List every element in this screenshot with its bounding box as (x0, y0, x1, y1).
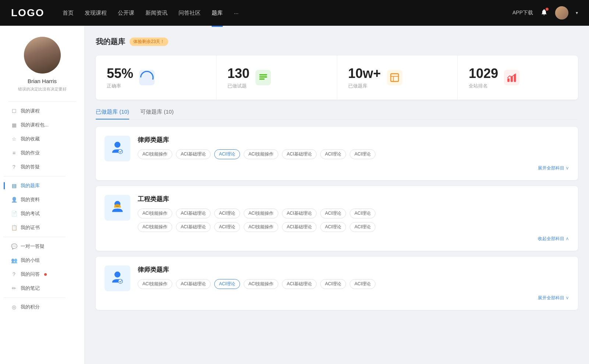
qbank-name-1: 律师类题库 (138, 136, 569, 144)
sidebar-label-my-points: 我的积分 (21, 304, 40, 310)
qbank-icon: ▤ (11, 183, 17, 189)
tab-available[interactable]: 可做题库 (10) (140, 108, 174, 119)
tag-2-5[interactable]: ACI理论 (320, 208, 346, 218)
svg-rect-5 (391, 74, 398, 82)
tag-3-5[interactable]: ACI理论 (320, 279, 346, 289)
qbank-header-2: 工程类题库 ACI技能操作 ACI基础理论 ACI理论 ACI技能操作 ACI基… (105, 195, 569, 232)
tab-done[interactable]: 已做题库 (10) (96, 108, 129, 119)
sidebar-item-my-courses[interactable]: ☐ 我的课程 (4, 104, 81, 118)
tag-1-5[interactable]: ACI理论 (320, 149, 346, 159)
sidebar-item-certificate[interactable]: 📋 我的证书 (4, 221, 81, 235)
sidebar-item-one-on-one[interactable]: 💬 一对一答疑 (4, 239, 81, 253)
user-avatar[interactable] (555, 6, 568, 19)
sidebar-item-my-notes[interactable]: ✏ 我的笔记 (4, 281, 81, 295)
sidebar-item-homework[interactable]: ≡ 我的作业 (4, 146, 81, 160)
nav-open-course[interactable]: 公开课 (118, 8, 134, 18)
tag-3-1[interactable]: ACI基础理论 (176, 279, 211, 289)
sidebar-label-my-data: 我的资料 (21, 196, 40, 203)
points-icon: ◎ (11, 304, 17, 310)
tag-3-4[interactable]: ACI基础理论 (282, 279, 317, 289)
sidebar-label-qbank: 我的题库 (21, 182, 40, 189)
qbank-card-lawyer-2: 律师类题库 ACI技能操作 ACI基础理论 ACI理论 ACI技能操作 ACI基… (96, 257, 578, 310)
tag-2-9[interactable]: ACI理论 (214, 222, 240, 232)
data-icon: 👤 (11, 197, 17, 203)
nav-home[interactable]: 首页 (63, 8, 74, 18)
sidebar-label-my-exam: 我的考试 (21, 210, 40, 217)
accuracy-icon (139, 70, 155, 85)
qbank-icon-lawyer-1 (105, 136, 130, 161)
rank-icon (504, 70, 519, 85)
sidebar-item-my-group[interactable]: 👥 我的小组 (4, 253, 81, 267)
stat-done-qbank: 10w+ 已做题库 (337, 56, 458, 100)
svg-point-15 (114, 272, 120, 278)
course-package-icon: ▦ (11, 122, 17, 128)
expand-btn-2[interactable]: 收起全部科目 ∧ (105, 236, 569, 242)
svg-point-11 (114, 142, 120, 148)
sidebar-item-my-data[interactable]: 👤 我的资料 (4, 193, 81, 207)
sidebar-label-my-courses: 我的课程 (21, 108, 40, 114)
stat-done-questions: 130 已做试题 (216, 56, 337, 100)
tag-3-6[interactable]: ACI理论 (350, 279, 375, 289)
sidebar-item-course-package[interactable]: ▦ 我的课程包... (4, 118, 81, 132)
svg-rect-3 (259, 76, 267, 78)
tag-1-3[interactable]: ACI技能操作 (244, 149, 278, 159)
sidebar-item-my-points[interactable]: ◎ 我的积分 (4, 300, 81, 314)
nav-more[interactable]: ··· (234, 8, 239, 18)
sidebar-item-my-qa[interactable]: ? 我的答疑 (4, 160, 81, 174)
expand-btn-1[interactable]: 展开全部科目 ∨ (105, 165, 569, 171)
sidebar-label-my-qa: 我的答疑 (21, 164, 40, 170)
certificate-icon: 📋 (11, 225, 17, 231)
sidebar-item-qbank[interactable]: ▤ 我的题库 (4, 179, 81, 193)
tag-1-6[interactable]: ACI理论 (350, 149, 375, 159)
app-download-button[interactable]: APP下载 (512, 10, 533, 16)
sidebar-item-favorites[interactable]: ☆ 我的收藏 (4, 132, 81, 146)
qbank-tags-1: ACI技能操作 ACI基础理论 ACI理论 ACI技能操作 ACI基础理论 AC… (138, 149, 569, 159)
stat-done-value: 130 (228, 66, 250, 81)
tag-2-4[interactable]: ACI基础理论 (282, 208, 317, 218)
nav-qa[interactable]: 问答社区 (179, 8, 201, 18)
sidebar-label-course-package: 我的课程包... (21, 122, 49, 128)
tag-3-2[interactable]: ACI理论 (214, 279, 240, 289)
tag-2-3[interactable]: ACI技能操作 (244, 208, 278, 218)
qbank-name-2: 工程类题库 (138, 195, 569, 203)
tag-1-1[interactable]: ACI基础理论 (176, 149, 211, 159)
tag-3-0[interactable]: ACI技能操作 (138, 279, 172, 289)
qbank-icon-engineer (105, 195, 130, 221)
nav-news[interactable]: 新闻资讯 (145, 8, 167, 18)
tag-2-8[interactable]: ACI基础理论 (176, 222, 211, 232)
expand-btn-3[interactable]: 展开全部科目 ∨ (105, 295, 569, 301)
tag-2-0[interactable]: ACI技能操作 (138, 208, 172, 218)
tag-2-12[interactable]: ACI理论 (320, 222, 346, 232)
tag-2-2[interactable]: ACI理论 (214, 208, 240, 218)
trial-badge: 体验剩余23天！ (130, 38, 168, 46)
tag-2-13[interactable]: ACI理论 (350, 222, 375, 232)
stat-rank-label: 全站排名 (469, 83, 498, 89)
notification-bell[interactable] (540, 8, 548, 17)
sidebar-label-homework: 我的作业 (21, 150, 40, 156)
tag-2-10[interactable]: ACI技能操作 (244, 222, 278, 232)
sidebar-item-my-exam[interactable]: 📄 我的考试 (4, 207, 81, 221)
nav-discover[interactable]: 发现课程 (85, 8, 107, 18)
tag-2-11[interactable]: ACI基础理论 (282, 222, 317, 232)
tag-2-6[interactable]: ACI理论 (350, 208, 375, 218)
done-questions-icon (255, 70, 271, 85)
qbank-card-engineer: 工程类题库 ACI技能操作 ACI基础理论 ACI理论 ACI技能操作 ACI基… (96, 186, 578, 251)
qbank-tags-3: ACI技能操作 ACI基础理论 ACI理论 ACI技能操作 ACI基础理论 AC… (138, 279, 569, 289)
one-on-one-icon: 💬 (11, 243, 17, 249)
sidebar-menu: ☐ 我的课程 ▦ 我的课程包... ☆ 我的收藏 ≡ 我的作业 ? 我的答疑 ▤ (0, 104, 84, 314)
sidebar-divider-3 (4, 297, 65, 298)
tag-1-4[interactable]: ACI基础理论 (282, 149, 317, 159)
stat-done-label: 已做试题 (228, 83, 250, 89)
tag-2-7[interactable]: ACI技能操作 (138, 222, 172, 232)
tag-3-3[interactable]: ACI技能操作 (244, 279, 278, 289)
sidebar-item-my-questions[interactable]: ? 我的问答 (4, 267, 81, 281)
stat-accuracy: 55% 正确率 (96, 56, 216, 100)
user-dropdown-arrow[interactable]: ▾ (576, 10, 578, 15)
sidebar-label-my-notes: 我的笔记 (21, 285, 40, 292)
tag-1-2[interactable]: ACI理论 (214, 149, 240, 159)
tag-2-1[interactable]: ACI基础理论 (176, 208, 211, 218)
tag-1-0[interactable]: ACI技能操作 (138, 149, 172, 159)
nav-qbank[interactable]: 题库 (212, 8, 223, 18)
qbank-tags-2-row1: ACI技能操作 ACI基础理论 ACI理论 ACI技能操作 ACI基础理论 AC… (138, 208, 569, 218)
notification-dot (546, 8, 549, 11)
